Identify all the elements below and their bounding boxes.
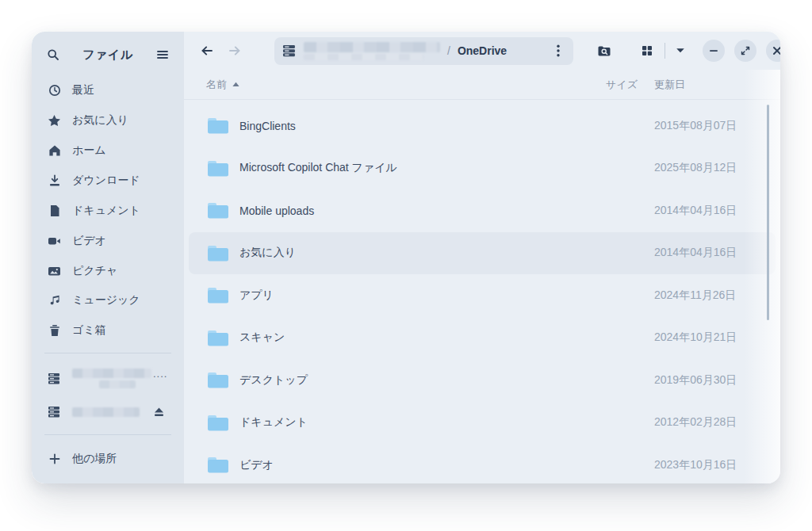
eject-button[interactable] — [151, 403, 168, 422]
sidebar-item-downloads[interactable]: ダウンロード — [40, 166, 176, 196]
redacted-drive-name — [72, 369, 151, 378]
video-icon — [48, 234, 61, 247]
sidebar-divider — [44, 353, 171, 353]
sidebar-item-videos[interactable]: ビデオ — [40, 226, 176, 256]
file-modified: 2014年04月16日 — [647, 204, 749, 218]
sidebar-item-documents[interactable]: ドキュメント — [40, 196, 176, 226]
sidebar-item-home[interactable]: ホーム — [40, 136, 176, 166]
column-header-size[interactable]: サイズ — [566, 78, 638, 92]
redacted-drive-name-line2 — [99, 380, 136, 388]
file-row[interactable]: デスクトップ 2019年06月30日 — [184, 359, 780, 402]
file-row-highlighted[interactable]: お気に入り 2014年04月16日 — [189, 232, 776, 275]
file-modified: 2024年10月21日 — [647, 330, 749, 345]
app-title: ファイル — [82, 48, 132, 63]
file-modified: 2012年02月28日 — [647, 415, 749, 430]
file-row[interactable]: アプリ 2024年11月26日 — [184, 274, 780, 317]
file-row[interactable]: Mobile uploads 2014年04月16日 — [184, 189, 780, 232]
server-icon — [48, 405, 61, 418]
sidebar-item-label: お気に入り — [72, 113, 128, 128]
file-modified: 2015年08月07日 — [647, 119, 749, 133]
search-button[interactable] — [41, 43, 65, 67]
forward-arrow-icon — [228, 44, 242, 57]
redacted-server-name — [304, 42, 440, 60]
file-name: Microsoft Copilot Chat ファイル — [239, 161, 557, 175]
file-modified: 2014年04月16日 — [647, 246, 749, 260]
sidebar-item-other-locations[interactable]: 他の場所 — [40, 442, 176, 476]
minimize-button[interactable] — [703, 40, 725, 62]
sidebar-item-recent[interactable]: 最近 — [40, 75, 176, 105]
folder-icon — [206, 328, 230, 348]
sidebar-item-trash[interactable]: ゴミ箱 — [40, 315, 176, 346]
folder-icon — [206, 159, 230, 178]
file-list: BingClients 2015年08月07日 Microsoft Copilo… — [184, 100, 780, 483]
folder-icon — [206, 413, 230, 433]
path-bar[interactable]: / OneDrive — [274, 37, 573, 65]
folder-icon — [206, 201, 230, 220]
sidebar-item-starred[interactable]: お気に入り — [40, 105, 176, 136]
file-modified: 2023年10月16日 — [647, 458, 749, 472]
back-button[interactable] — [195, 40, 217, 62]
maximize-button[interactable] — [734, 40, 756, 62]
eject-icon — [153, 407, 165, 418]
main-menu-button[interactable] — [151, 43, 174, 67]
view-options-button[interactable] — [671, 39, 690, 63]
file-name: BingClients — [239, 120, 557, 132]
desktop-background: ファイル 最近 お気に入り — [0, 0, 812, 531]
close-icon — [772, 46, 780, 55]
sidebar-item-label: ダウンロード — [72, 174, 140, 188]
column-header-modified[interactable]: 更新日 — [647, 78, 749, 92]
file-name: デスクトップ — [239, 373, 557, 388]
folder-icon — [206, 116, 230, 136]
minimize-icon — [709, 46, 718, 55]
file-row[interactable]: スキャン 2024年10月21日 — [184, 317, 780, 360]
files-app-window: ファイル 最近 お気に入り — [32, 32, 780, 483]
server-icon — [282, 44, 297, 58]
sidebar-item-pictures[interactable]: ピクチャ — [40, 256, 176, 286]
file-row[interactable]: Microsoft Copilot Chat ファイル 2025年08月12日 — [184, 147, 780, 190]
column-header-name[interactable]: 名前 — [206, 78, 557, 92]
sidebar-item-network-drive-2[interactable] — [40, 396, 176, 427]
main-pane: / OneDrive — [184, 32, 780, 483]
home-icon — [48, 143, 61, 157]
sidebar-item-label: 最近 — [72, 83, 94, 97]
back-arrow-icon — [200, 44, 213, 57]
folder-icon — [206, 243, 230, 263]
search-icon — [47, 48, 59, 61]
music-icon — [48, 294, 61, 308]
sidebar: ファイル 最近 お気に入り — [32, 32, 184, 483]
sort-ascending-icon — [232, 82, 239, 87]
clock-icon — [48, 83, 61, 97]
star-icon — [48, 113, 61, 127]
file-row[interactable]: ビデオ 2023年10月16日 — [184, 444, 780, 483]
file-row[interactable]: BingClients 2015年08月07日 — [184, 105, 780, 147]
hamburger-menu-icon — [156, 48, 169, 61]
file-modified: 2025年08月12日 — [647, 161, 749, 175]
grid-view-button[interactable] — [635, 39, 659, 63]
close-button[interactable] — [766, 40, 780, 62]
file-name: ドキュメント — [239, 415, 557, 430]
file-row[interactable]: ドキュメント 2012年02月28日 — [184, 402, 780, 445]
file-name: ビデオ — [239, 458, 557, 472]
trash-icon — [48, 324, 61, 338]
sidebar-item-music[interactable]: ミュージック — [40, 285, 176, 315]
download-icon — [48, 174, 61, 187]
redacted-drive-name — [72, 407, 140, 417]
sidebar-divider — [44, 434, 171, 435]
file-modified: 2024年11月26日 — [647, 288, 749, 303]
sidebar-item-label: ドキュメント — [72, 204, 140, 218]
path-menu-button[interactable] — [548, 40, 569, 61]
folder-search-icon — [597, 44, 611, 57]
forward-button[interactable] — [224, 40, 246, 62]
path-current-location[interactable]: OneDrive — [458, 44, 507, 57]
file-name: Mobile uploads — [239, 204, 557, 217]
file-name: スキャン — [239, 330, 557, 345]
sidebar-item-label: ピクチャ — [72, 264, 117, 278]
sidebar-item-label: ゴミ箱 — [72, 323, 106, 338]
sidebar-item-label: ミュージック — [72, 293, 140, 308]
drive-name-ellipsis: .... — [153, 370, 167, 378]
search-location-button[interactable] — [592, 39, 616, 63]
document-icon — [48, 204, 61, 217]
sidebar-item-network-drive-1[interactable]: .... — [40, 361, 176, 396]
vertical-scrollbar[interactable] — [767, 105, 769, 320]
plus-icon — [48, 453, 61, 466]
